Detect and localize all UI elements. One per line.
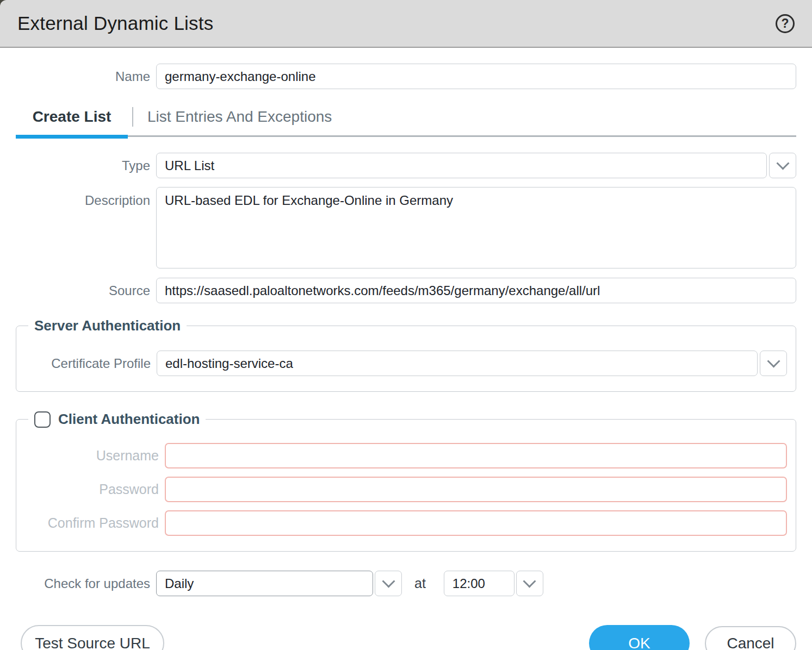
frequency-dropdown-button[interactable] xyxy=(375,571,402,596)
client-authentication-checkbox[interactable] xyxy=(34,411,51,428)
tab-list-entries-and-exceptions[interactable]: List Entries And Exceptions xyxy=(147,108,332,126)
password-row: Password xyxy=(16,477,787,502)
confirm-password-row: Confirm Password xyxy=(16,510,787,536)
external-dynamic-lists-dialog: External Dynamic Lists ? Name Create Lis… xyxy=(0,0,812,650)
chevron-down-icon xyxy=(382,574,395,588)
username-label: Username xyxy=(16,448,159,464)
dialog-titlebar: External Dynamic Lists ? xyxy=(0,0,812,48)
name-input[interactable] xyxy=(156,64,796,89)
source-label: Source xyxy=(16,283,150,298)
test-source-url-button[interactable]: Test Source URL xyxy=(21,625,164,650)
tab-bar: Create List List Entries And Exceptions xyxy=(16,107,796,137)
at-label: at xyxy=(414,576,426,591)
ok-button[interactable]: OK xyxy=(589,625,690,650)
confirm-password-label: Confirm Password xyxy=(16,515,159,531)
type-combobox xyxy=(156,153,796,178)
dialog-title: External Dynamic Lists xyxy=(17,12,213,34)
client-authentication-legend-text: Client Authentication xyxy=(58,411,200,428)
active-tab-underline xyxy=(16,135,128,139)
type-input[interactable] xyxy=(156,153,767,178)
tab-divider xyxy=(132,107,133,127)
client-authentication-section: Client Authentication Username Password … xyxy=(16,411,796,552)
description-row: Description URL-based EDL for Exchange-O… xyxy=(16,187,796,268)
name-row: Name xyxy=(16,64,796,89)
source-row: Source xyxy=(16,278,796,303)
time-dropdown-button[interactable] xyxy=(516,571,543,596)
source-input[interactable] xyxy=(156,278,796,303)
certificate-profile-label: Certificate Profile xyxy=(16,356,151,371)
client-authentication-legend: Client Authentication xyxy=(28,411,206,428)
dialog-footer: Test Source URL OK Cancel xyxy=(16,625,796,650)
username-row: Username xyxy=(16,443,787,468)
confirm-password-input xyxy=(165,510,787,536)
chevron-down-icon xyxy=(523,574,536,588)
password-label: Password xyxy=(16,482,159,497)
type-label: Type xyxy=(16,158,150,173)
certificate-profile-input[interactable] xyxy=(157,351,758,376)
cancel-button[interactable]: Cancel xyxy=(705,626,796,650)
frequency-input[interactable] xyxy=(156,571,373,596)
description-textarea[interactable]: URL-based EDL for Exchange-Online in Ger… xyxy=(156,187,796,268)
check-for-updates-label: Check for updates xyxy=(16,576,150,591)
check-for-updates-row: Check for updates at xyxy=(16,571,796,596)
type-row: Type xyxy=(16,153,796,178)
name-label: Name xyxy=(16,69,150,84)
chevron-down-icon xyxy=(767,354,780,367)
help-icon[interactable]: ? xyxy=(776,14,795,33)
time-input[interactable] xyxy=(444,571,515,596)
server-authentication-section: Server Authentication Certificate Profil… xyxy=(16,317,796,392)
frequency-combobox xyxy=(156,571,402,596)
type-dropdown-button[interactable] xyxy=(769,153,796,178)
server-authentication-legend: Server Authentication xyxy=(28,317,187,334)
certificate-profile-combobox xyxy=(157,351,787,376)
username-input xyxy=(165,443,787,468)
description-label: Description xyxy=(16,187,150,208)
time-combobox xyxy=(444,571,543,596)
certificate-profile-row: Certificate Profile xyxy=(16,351,787,376)
tab-create-list[interactable]: Create List xyxy=(16,108,128,126)
password-input xyxy=(165,477,787,502)
certificate-profile-dropdown-button[interactable] xyxy=(760,351,787,376)
dialog-body: Name Create List List Entries And Except… xyxy=(0,64,812,650)
chevron-down-icon xyxy=(776,157,789,170)
